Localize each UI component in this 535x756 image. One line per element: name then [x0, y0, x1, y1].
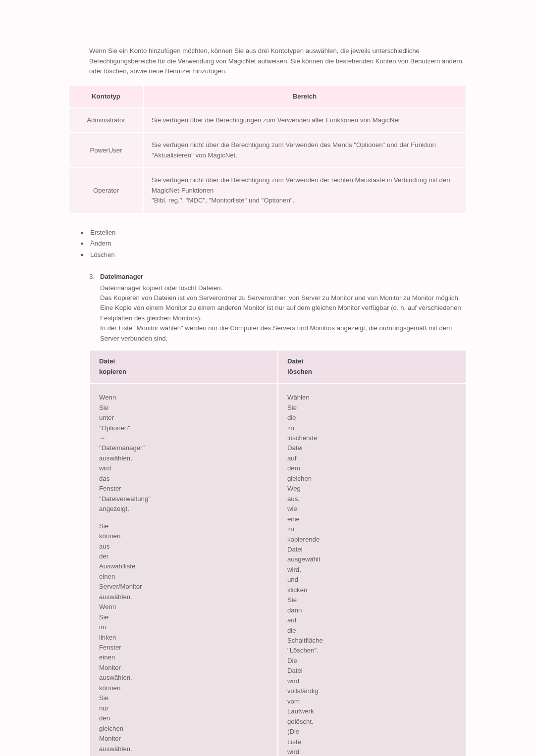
section-heading: 3. Dateimanager	[89, 272, 467, 282]
list-item: Löschen	[81, 250, 467, 260]
document-page: Wenn Sie ein Konto hinzufügen möchten, k…	[0, 0, 535, 756]
cell-copy: WennSieunter"Optionen"→"Dateimanager"aus…	[90, 384, 277, 756]
table-row: Operator Sie verfügen nicht über die Ber…	[69, 168, 466, 212]
account-type-table: Kontotyp Bereich Administrator Sie verfü…	[68, 85, 467, 214]
cell-type: PowerUser	[69, 133, 143, 167]
cell-delete: WählenSiediezulöschendeDateiaufdemgleich…	[278, 384, 466, 756]
cell-scope: Sie verfügen über die Berechtigungen zum…	[144, 108, 466, 132]
list-item: Ändern	[81, 239, 467, 249]
col-header-delete: Dateilöschen	[278, 351, 466, 383]
table-header-row: Kontotyp Bereich	[69, 86, 466, 107]
section-body: Dateimanager kopiert oder löscht Dateien…	[100, 283, 467, 344]
copy-paragraph-2: SiekönnenausderAuswahllisteeinenServer/M…	[99, 521, 100, 754]
col-header-scope: Bereich	[144, 86, 466, 107]
cell-type: Administrator	[69, 108, 143, 132]
col-header-copy: Dateikopieren	[90, 351, 277, 383]
cell-scope: Sie verfügen nicht über die Berechtigung…	[144, 133, 466, 167]
list-item: Erstellen	[81, 228, 467, 238]
delete-paragraph-1: WählenSiediezulöschendeDateiaufdemgleich…	[287, 393, 288, 756]
copy-paragraph-1: WennSieunter"Optionen"→"Dateimanager"aus…	[99, 393, 100, 514]
cell-type: Operator	[69, 168, 143, 212]
section-title: Dateimanager	[100, 272, 143, 282]
section-dateimanager: 3. Dateimanager Dateimanager kopiert ode…	[89, 272, 467, 756]
cell-scope: Sie verfügen nicht über die Berechtigung…	[144, 168, 466, 212]
table-row: Administrator Sie verfügen über die Bere…	[69, 108, 466, 132]
intro-paragraph: Wenn Sie ein Konto hinzufügen möchten, k…	[89, 46, 467, 76]
file-operations-table: Dateikopieren Dateilöschen WennSieunter"…	[89, 350, 467, 756]
table-row: WennSieunter"Optionen"→"Dateimanager"aus…	[90, 384, 466, 756]
actions-list: Erstellen Ändern Löschen	[81, 228, 467, 260]
col-header-type: Kontotyp	[69, 86, 143, 107]
section-number: 3.	[89, 272, 100, 282]
table-row: PowerUser Sie verfügen nicht über die Be…	[69, 133, 466, 167]
table-header-row: Dateikopieren Dateilöschen	[90, 351, 466, 383]
